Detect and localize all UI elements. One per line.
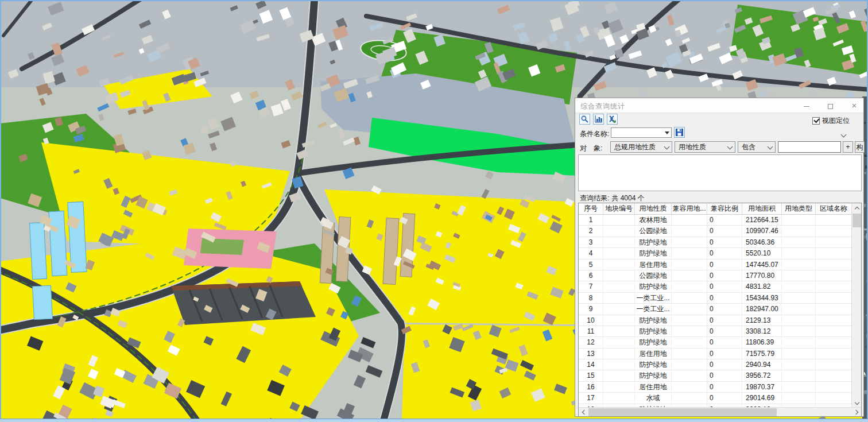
result-summary: 查询结果:共 4004 个 [580, 193, 647, 203]
column-header[interactable]: 兼容比例 [707, 203, 742, 214]
table-row[interactable]: 9一类工业...0182947.00 [579, 304, 852, 315]
table-row[interactable]: 14防护绿地02940.94 [579, 359, 852, 370]
table-row[interactable]: 2公园绿地0109907.46 [579, 226, 852, 237]
horizontal-scroll-thumb[interactable] [588, 408, 777, 416]
result-label: 查询结果: [580, 194, 609, 202]
table-row[interactable]: 12防护绿地011806.39 [579, 337, 852, 348]
view-locate-checkbox[interactable] [812, 117, 820, 125]
view-locate-option[interactable]: 视图定位 [812, 116, 850, 126]
table-row[interactable]: 17水域029014.69 [579, 393, 852, 404]
save-icon [675, 128, 684, 137]
result-count: 共 4004 个 [611, 194, 644, 202]
view-locate-label: 视图定位 [822, 116, 850, 126]
chevron-down-icon [727, 144, 733, 150]
cell-area: 154344.93 [742, 293, 782, 303]
vertical-scroll-thumb[interactable] [852, 214, 861, 227]
add-condition-button[interactable]: + [843, 141, 853, 153]
column-header[interactable]: 用地面积 [742, 203, 782, 214]
cell-seq: 3 [579, 237, 603, 247]
table-row[interactable]: 7防护绿地04831.82 [579, 281, 852, 292]
save-condition-button[interactable] [674, 127, 685, 138]
cell-type [782, 215, 816, 225]
export-excel-button[interactable] [607, 114, 618, 125]
minimize-button[interactable] [800, 100, 813, 111]
condition-list-box[interactable] [578, 154, 862, 191]
cell-seq: 8 [579, 293, 603, 303]
table-row[interactable]: 4防护绿地05520.10 [579, 248, 852, 259]
cell-area: 3956.72 [742, 370, 782, 381]
cell-parcel [603, 315, 635, 326]
column-header[interactable]: 用地类型 [782, 203, 816, 214]
cell-nature: 防护绿地 [635, 370, 672, 381]
operator-select[interactable]: 包含 [738, 141, 776, 153]
statistics-chart-button[interactable] [593, 114, 604, 125]
cell-parcel [603, 226, 635, 236]
table-row[interactable]: 3防护绿地050346.36 [579, 237, 852, 248]
table-row[interactable]: 6公园绿地017770.80 [579, 270, 852, 281]
cell-nature: 一类工业... [635, 304, 672, 314]
cell-type [782, 349, 816, 359]
cell-compat [672, 337, 707, 347]
cell-region [816, 370, 852, 381]
build-button[interactable]: 构 [855, 141, 865, 153]
minimize-icon [804, 106, 809, 107]
column-header[interactable]: 序号 [579, 203, 603, 214]
cell-parcel [603, 215, 635, 225]
table-row[interactable]: 11防护绿地03308.12 [579, 326, 852, 337]
cell-region [816, 293, 852, 303]
cell-compat [672, 393, 707, 403]
table-row[interactable]: 5居住用地0147445.07 [579, 260, 852, 270]
table-row[interactable]: 1农林用地0212664.15 [579, 215, 852, 226]
cell-type [782, 315, 816, 326]
cell-region [816, 237, 852, 247]
cell-nature: 水域 [635, 393, 672, 403]
cell-compat [672, 304, 707, 314]
cell-compat [672, 315, 707, 326]
result-table-body: 1农林用地0212664.152公园绿地0109907.463防护绿地05034… [579, 215, 852, 407]
column-header[interactable]: 区域名称 [816, 203, 852, 214]
cell-area: 147445.07 [742, 260, 782, 270]
cell-area: 71575.79 [742, 349, 782, 359]
scroll-left-button[interactable] [579, 408, 588, 417]
cell-parcel [603, 359, 635, 370]
layer-select[interactable]: 总规用地性质 [610, 141, 672, 153]
cell-nature: 防护绿地 [635, 337, 672, 347]
condition-name-combobox[interactable] [611, 127, 672, 138]
cell-compat [672, 382, 707, 392]
table-row[interactable]: 15防护绿地03956.72 [579, 370, 852, 381]
column-header[interactable]: 兼容用地... [672, 203, 707, 214]
scroll-right-button[interactable] [852, 408, 861, 417]
cell-compat [672, 260, 707, 270]
cell-compat [672, 248, 707, 258]
cell-seq: 13 [579, 349, 603, 359]
table-row[interactable]: 8一类工业...0154344.93 [579, 293, 852, 304]
cell-ratio: 0 [707, 226, 742, 236]
maximize-button[interactable] [824, 100, 836, 111]
cell-region [816, 270, 852, 281]
cell-seq: 9 [579, 304, 603, 314]
column-header[interactable]: 用地性质 [635, 203, 672, 214]
search-button[interactable] [579, 114, 590, 125]
panel-title: 综合查询统计 [580, 102, 625, 111]
cell-ratio: 0 [707, 393, 742, 403]
table-row[interactable]: 16居住用地019870.37 [579, 382, 852, 393]
scroll-down-button[interactable] [852, 398, 862, 408]
cell-ratio: 0 [707, 370, 742, 381]
table-row[interactable]: 10防护绿地02129.13 [579, 315, 852, 326]
cell-type [782, 370, 816, 381]
close-button[interactable]: × [848, 100, 861, 111]
column-header[interactable]: 地块编号 [603, 203, 635, 214]
collapse-chevron-icon[interactable] [842, 133, 847, 138]
panel-titlebar[interactable]: 综合查询统计 × [575, 98, 863, 113]
field-select[interactable]: 用地性质 [675, 141, 735, 153]
cell-ratio: 0 [707, 304, 742, 314]
object-label: 对 象: [580, 144, 602, 153]
query-value-input[interactable] [778, 141, 841, 153]
vertical-scrollbar[interactable] [851, 203, 861, 408]
table-row[interactable]: 13居住用地071575.79 [579, 349, 852, 359]
cell-parcel [603, 281, 635, 292]
horizontal-scrollbar[interactable] [579, 407, 861, 416]
scroll-up-button[interactable] [852, 203, 862, 212]
cell-ratio: 0 [707, 315, 742, 326]
cell-seq: 17 [579, 393, 603, 403]
